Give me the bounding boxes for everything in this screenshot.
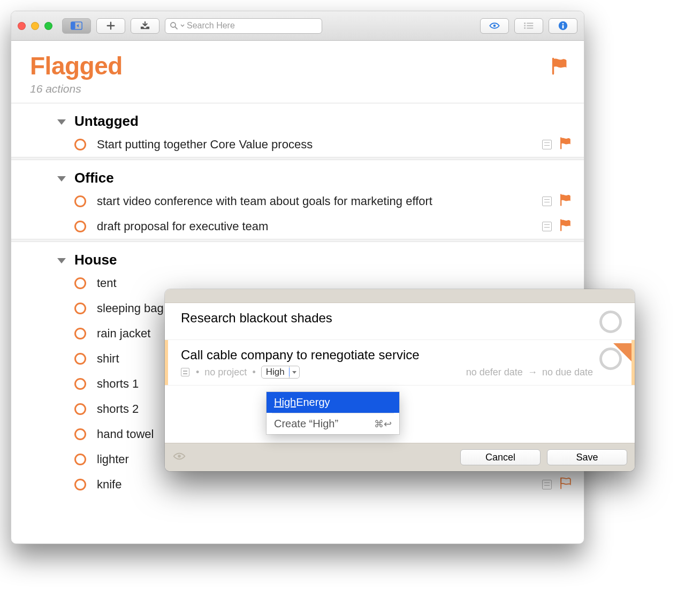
svg-point-10	[524, 27, 526, 29]
autocomplete-create-option[interactable]: Create “High” ⌘↩︎	[267, 413, 399, 434]
window-controls	[18, 22, 52, 30]
status-circle[interactable]	[74, 403, 86, 415]
perspective-subtitle: 16 actions	[30, 82, 568, 95]
cancel-button[interactable]: Cancel	[460, 449, 541, 465]
svg-line-4	[175, 27, 177, 29]
status-circle[interactable]	[74, 195, 86, 207]
perspective-title: Flagged	[30, 51, 568, 80]
minimize-window-button[interactable]	[31, 22, 39, 30]
disclosure-triangle-icon[interactable]	[57, 119, 66, 125]
flag-icon[interactable]	[559, 218, 572, 235]
close-window-button[interactable]	[18, 22, 26, 30]
panel-titlebar[interactable]	[165, 289, 635, 303]
action-row[interactable]: Start putting together Core Value proces…	[11, 132, 584, 157]
quick-entry-row-selected[interactable]: Call cable company to renegotiate servic…	[165, 340, 635, 386]
svg-marker-2	[77, 24, 79, 27]
group-header[interactable]: Office	[11, 160, 584, 188]
note-icon[interactable]	[542, 197, 552, 206]
action-row[interactable]: draft proposal for executive team	[11, 214, 584, 239]
due-date-field[interactable]: no due date	[542, 367, 593, 377]
action-row[interactable]: start video conference with team about g…	[11, 188, 584, 214]
list-view-button[interactable]	[514, 18, 543, 34]
disclosure-triangle-icon[interactable]	[57, 258, 66, 263]
flag-icon[interactable]	[559, 137, 572, 153]
svg-rect-7	[527, 23, 533, 24]
view-button[interactable]	[480, 18, 509, 34]
quick-entry-title[interactable]: Research blackout shades	[181, 311, 593, 326]
new-item-button[interactable]	[96, 18, 125, 34]
action-title: tent	[97, 276, 572, 290]
action-title: start video conference with team about g…	[97, 194, 542, 208]
save-button[interactable]: Save	[547, 449, 627, 465]
inbox-button[interactable]	[131, 18, 159, 34]
eye-icon[interactable]	[172, 450, 186, 464]
disclosure-triangle-icon[interactable]	[57, 176, 66, 182]
tag-autocomplete-popup: High Energy Create “High” ⌘↩︎	[267, 392, 399, 434]
status-circle[interactable]	[74, 454, 86, 465]
svg-rect-9	[527, 25, 533, 26]
chevron-down-icon	[180, 24, 185, 28]
flag-icon	[551, 57, 569, 75]
status-circle[interactable]	[74, 378, 86, 390]
flag-icon[interactable]	[559, 193, 572, 209]
svg-rect-11	[527, 28, 533, 29]
tag-input[interactable]: High	[261, 366, 300, 379]
defer-date-field[interactable]: no defer date	[466, 367, 523, 377]
flag-corner-icon	[613, 343, 631, 361]
perspective-header: Flagged 16 actions	[11, 41, 584, 103]
search-icon	[170, 21, 178, 30]
status-circle[interactable]	[74, 428, 86, 440]
flag-icon[interactable]	[559, 477, 572, 493]
status-circle[interactable]	[74, 277, 86, 289]
chevron-down-icon[interactable]	[290, 371, 299, 374]
search-placeholder: Search Here	[187, 21, 235, 31]
status-circle[interactable]	[74, 221, 86, 232]
quick-entry-row[interactable]: Research blackout shades	[165, 303, 635, 340]
svg-point-15	[178, 455, 181, 458]
action-row[interactable]: knife	[11, 472, 584, 497]
action-title: draft proposal for executive team	[97, 220, 542, 233]
svg-point-13	[562, 23, 564, 25]
project-field[interactable]: no project	[204, 367, 247, 378]
panel-footer: Cancel Save	[165, 443, 635, 471]
group-title: Office	[74, 170, 114, 186]
zoom-window-button[interactable]	[44, 22, 52, 30]
note-icon[interactable]	[542, 140, 552, 149]
svg-rect-14	[562, 25, 564, 29]
svg-point-5	[493, 25, 496, 27]
inspector-button[interactable]	[549, 18, 577, 34]
autocomplete-option[interactable]: High Energy	[267, 392, 399, 413]
action-title: knife	[97, 478, 542, 492]
toggle-sidebar-button[interactable]	[62, 18, 91, 34]
quick-entry-panel: Research blackout shades Call cable comp…	[165, 289, 635, 471]
status-circle[interactable]	[74, 479, 86, 490]
group-header[interactable]: Untagged	[11, 103, 584, 132]
note-icon[interactable]	[542, 222, 552, 231]
action-title: Start putting together Core Value proces…	[97, 138, 542, 152]
keyboard-shortcut: ⌘↩︎	[374, 418, 392, 430]
quick-entry-meta: no project High no defer date → no due d…	[181, 366, 593, 379]
note-icon[interactable]	[542, 480, 552, 489]
svg-point-8	[524, 25, 526, 27]
svg-rect-1	[71, 22, 75, 29]
status-circle[interactable]	[74, 353, 86, 365]
status-circle[interactable]	[74, 328, 86, 339]
status-circle[interactable]	[74, 139, 86, 150]
quick-entry-title[interactable]: Call cable company to renegotiate servic…	[181, 348, 593, 363]
group-header[interactable]: House	[11, 242, 584, 270]
note-icon[interactable]	[181, 368, 189, 376]
status-circle[interactable]	[74, 303, 86, 314]
title-bar: Search Here	[11, 11, 584, 41]
svg-point-6	[524, 22, 526, 24]
search-field[interactable]: Search Here	[165, 18, 322, 34]
status-circle[interactable]	[599, 311, 622, 333]
group-title: Untagged	[74, 113, 139, 130]
group-title: House	[74, 252, 117, 268]
